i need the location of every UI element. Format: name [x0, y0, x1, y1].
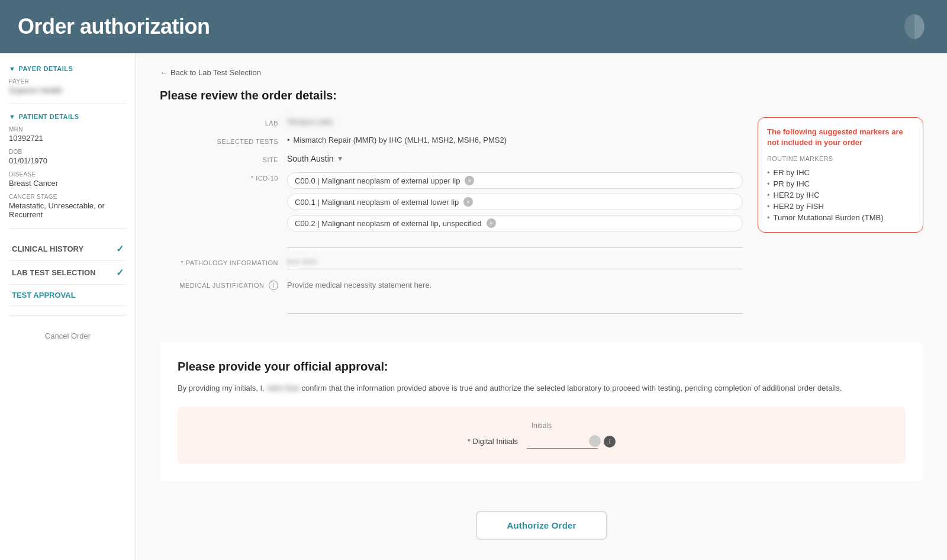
icd10-row: * ICD-10 C00.0 | Malignant neoplasm of e…: [160, 172, 743, 248]
site-label: SITE: [160, 154, 278, 163]
order-form: LAB Tempus Labs SELECTED TESTS Mismatch …: [160, 117, 743, 324]
check-icon-lab: ✓: [116, 267, 124, 278]
initials-top-label: Initials: [532, 421, 552, 430]
pathology-value-area: test data: [287, 257, 743, 269]
payer-label: PAYER: [9, 78, 127, 85]
site-dropdown[interactable]: South Austin ▼: [287, 154, 743, 163]
disease-label: DISEASE: [9, 171, 127, 178]
info-icon-medical[interactable]: i: [269, 281, 278, 290]
icd-chip-1: C00.0 | Malignant neoplasm of external u…: [287, 172, 743, 189]
icd-chip-2: C00.1 | Malignant neoplasm of external l…: [287, 194, 743, 210]
patient-section: ▼ PATIENT DETAILS: [9, 113, 127, 120]
list-item: ER by IHC: [767, 167, 914, 178]
chevron-down-icon-2: ▼: [9, 113, 15, 120]
lab-row: LAB Tempus Labs: [160, 117, 743, 127]
initials-box: Initials * Digital Initials i: [178, 407, 906, 464]
remove-icd-2-button[interactable]: ×: [463, 197, 473, 207]
initials-row: * Digital Initials i: [468, 435, 616, 449]
list-item: HER2 by FISH: [767, 201, 914, 212]
initials-input[interactable]: [527, 435, 598, 449]
icd-chip-3: C00.2 | Malignant neoplasm of external l…: [287, 215, 743, 231]
arrow-left-icon: ←: [160, 68, 168, 77]
medical-justification-textarea[interactable]: [287, 278, 743, 314]
chevron-down-icon-site: ▼: [337, 155, 344, 163]
lab-value: Tempus Labs: [287, 117, 743, 126]
icd-input-line: [287, 236, 743, 248]
check-icon-clinical: ✓: [116, 243, 124, 255]
warning-routine-label: ROUTINE MARKERS: [767, 155, 914, 162]
warning-title: The following suggested markers are not …: [767, 127, 914, 148]
header: Order authorization: [0, 0, 947, 53]
icd-chips: C00.0 | Malignant neoplasm of external u…: [287, 172, 743, 231]
sidebar-divider-2: [9, 228, 127, 228]
back-link[interactable]: ← Back to Lab Test Selection: [160, 68, 923, 77]
dob-label: DOB: [9, 149, 127, 155]
icd10-label: * ICD-10: [160, 172, 278, 182]
mrn-label: MRN: [9, 126, 127, 133]
cancel-order-button[interactable]: Cancel Order: [9, 324, 127, 347]
initials-field-label: * Digital Initials: [468, 437, 518, 446]
info-icon-initials[interactable]: i: [604, 436, 616, 448]
disease-value: Breast Cancer: [9, 179, 127, 188]
list-item: Mismatch Repair (MMR) by IHC (MLH1, MSH2…: [287, 136, 743, 144]
warning-box: The following suggested markers are not …: [758, 117, 923, 233]
list-item: PR by IHC: [767, 178, 914, 189]
mrn-value: 10392721: [9, 134, 127, 143]
pathology-value: test data: [287, 257, 743, 266]
list-item: HER2 by IHC: [767, 189, 914, 201]
content-area: ← Back to Lab Test Selection Please revi…: [136, 53, 947, 560]
approval-user-name: John Doe: [266, 382, 299, 395]
dob-value: 01/01/1970: [9, 156, 127, 165]
sidebar-divider-3: [9, 315, 127, 316]
sidebar-item-test-approval[interactable]: TEST APPROVAL: [9, 285, 127, 306]
order-heading: Please review the order details:: [160, 89, 923, 102]
cancer-stage-value: Metastatic, Unresectable, or Recurrent: [9, 201, 127, 219]
sidebar-item-clinical-history[interactable]: CLINICAL HISTORY ✓: [9, 237, 127, 261]
pathology-label: * PATHOLOGY INFORMATION: [160, 257, 278, 266]
approval-section: Please provide your official approval: B…: [160, 342, 923, 481]
approval-text: By providing my initials, I, John Doe co…: [178, 382, 906, 395]
pathology-underline: [287, 269, 743, 269]
selected-tests-row: SELECTED TESTS Mismatch Repair (MMR) by …: [160, 136, 743, 145]
selected-tests-value: Mismatch Repair (MMR) by IHC (MLH1, MSH2…: [287, 136, 743, 144]
payer-value: Superior Health: [9, 86, 127, 95]
lab-label: LAB: [160, 117, 278, 127]
payer-section: ▼ PAYER DETAILS: [9, 65, 127, 72]
sidebar: ▼ PAYER DETAILS PAYER Superior Health ▼ …: [0, 53, 136, 560]
sidebar-divider-1: [9, 104, 127, 104]
medical-justification-row: MEDICAL JUSTIFICATION i: [160, 278, 743, 316]
authorize-order-button[interactable]: Authorize Order: [476, 511, 607, 540]
chevron-down-icon: ▼: [9, 65, 15, 72]
cancer-stage-label: CANCER STAGE: [9, 194, 127, 200]
brand-logo-icon: [900, 12, 929, 41]
warning-markers-list: ER by IHC PR by IHC HER2 by IHC HER2 by …: [767, 167, 914, 223]
medical-justification-value: [287, 278, 743, 316]
site-row: SITE South Austin ▼: [160, 154, 743, 163]
initials-input-area: i: [527, 435, 616, 449]
list-item: Tumor Mutational Burden (TMB): [767, 212, 914, 223]
selected-tests-label: SELECTED TESTS: [160, 136, 278, 145]
main-layout: ▼ PAYER DETAILS PAYER Superior Health ▼ …: [0, 53, 947, 560]
selected-tests-list: Mismatch Repair (MMR) by IHC (MLH1, MSH2…: [287, 136, 743, 144]
medical-justification-label: MEDICAL JUSTIFICATION i: [160, 278, 278, 290]
remove-icd-1-button[interactable]: ×: [465, 176, 474, 185]
remove-icd-3-button[interactable]: ×: [487, 218, 496, 228]
icd-chips-container: C00.0 | Malignant neoplasm of external u…: [287, 172, 743, 248]
approval-heading: Please provide your official approval:: [178, 360, 906, 374]
authorize-btn-row: Authorize Order: [160, 499, 923, 552]
pathology-row: * PATHOLOGY INFORMATION test data: [160, 257, 743, 269]
initials-progress-indicator: [589, 435, 601, 447]
page-title: Order authorization: [18, 14, 210, 39]
sidebar-item-lab-test[interactable]: LAB TEST SELECTION ✓: [9, 261, 127, 285]
order-details-area: LAB Tempus Labs SELECTED TESTS Mismatch …: [160, 117, 923, 324]
